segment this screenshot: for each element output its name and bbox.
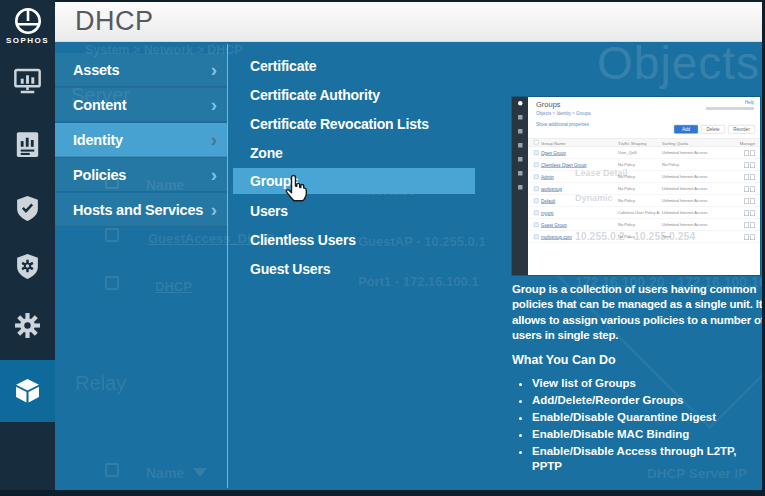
submenu-item-zone[interactable]: Zone [233,139,475,168]
ghost-row-link: DHCP [155,279,192,294]
page-header: DHCP [55,2,762,42]
help-section-title: What You Can Do [512,353,616,367]
page-title: DHCP [55,2,762,37]
submenu-item-users[interactable]: Users [233,197,475,226]
brand-label: SOPHOS [0,36,55,45]
submenu-item-certificate-revocation-lists[interactable]: Certificate Revocation Lists [233,110,475,139]
row-manage-icons [744,199,755,204]
row-quota: Unlimited Internet Access [662,175,707,180]
row-manage-icons [744,175,755,180]
row-manage-icons [744,223,755,228]
submenu-item-certificate[interactable]: Certificate [233,52,475,81]
thumbnail-content: Groups Objects > Identity > Groups Help … [512,97,760,275]
menu-item-content[interactable]: Content › [55,88,227,122]
thumbnail-breadcrumb: Objects > Identity > Groups [536,111,591,116]
help-bullet: Enable/Disable MAC Binding [532,427,762,442]
thumbnail-ghost-range: 10.255.0.2 - 10.255.0.254 [575,230,695,242]
report-icon[interactable] [14,131,41,158]
help-bullet: Enable/Disable Quarantine Digest [532,410,762,425]
row-quota: Unlimited Internet Access [662,211,707,216]
thumbnail-col: Group Name [541,141,565,146]
row-quota: Unlimited Internet Access [662,223,707,228]
row-checkbox [534,151,539,156]
thumbnail-help-link: Help [745,100,754,105]
help-bullet: Add/Delete/Reorder Groups [532,393,762,408]
chevron-right-icon: › [211,193,217,227]
thumbnail-table-row: Clientless Open Group No Policy No Polic… [528,159,760,171]
chevron-right-icon: › [211,88,217,122]
thumbnail-col: Manage [740,141,755,146]
thumbnail-delete-button: Delete [701,125,725,134]
app-window: SOPHOS [0,0,765,496]
submenu-item-certificate-authority[interactable]: Certificate Authority [233,81,475,110]
row-checkbox [534,223,539,228]
groups-page-thumbnail: Groups Objects > Identity > Groups Help … [512,97,760,275]
submenu-item-groups[interactable]: Groups [233,168,475,194]
ghost-filter-icon [193,468,207,477]
thumbnail-table-row: workgroup No Policy Unlimited Internet A… [528,183,760,195]
row-group-name: Open Group [541,151,566,156]
row-quota: Unlimited Internet Access [662,199,707,204]
thumbnail-ghost-lease: Lease Detail [575,168,628,179]
row-group-name: workgroup [541,187,562,192]
sidebar-item-objects-active[interactable] [0,360,55,422]
thumbnail-header-checkbox [534,140,539,145]
menu-item-hosts-and-services[interactable]: Hosts and Services › [55,193,227,227]
row-traffic: No Policy [618,161,660,167]
menu-item-label: Assets [73,62,119,78]
submenu-item-guest-users[interactable]: Guest Users [233,255,475,284]
thumbnail-col: Traffic Shaping [618,141,646,146]
thumbnail-logo-icon [518,101,523,106]
row-quota: No Policy [662,163,679,168]
menu-item-label: Identity [73,132,123,148]
row-checkbox [534,235,539,240]
ghost-checkbox [105,463,119,477]
row-manage-icons [744,151,755,156]
thumbnail-col: Surfing Quota [662,141,688,146]
thumbnail-nav-icon [518,115,523,120]
row-group-name: multigroup.com [541,235,572,240]
thumbnail-add-button: Add [674,125,698,134]
menu-item-assets[interactable]: Assets › [55,53,227,87]
submenu-item-clientless-users[interactable]: Clientless Users [233,226,475,255]
thumbnail-page-title: Groups [536,100,561,109]
menu-item-policies[interactable]: Policies › [55,158,227,192]
thumbnail-table-row: Admin No Policy Unlimited Internet Acces… [528,171,760,183]
thumbnail-meta-text [706,107,754,110]
row-checkbox [534,175,539,180]
menu-item-label: Hosts and Services [73,202,203,218]
menu-item-identity[interactable]: Identity › [55,123,227,157]
chevron-right-icon: › [211,123,217,157]
row-group-name: Admin [541,175,554,180]
shield-check-icon[interactable] [14,195,41,222]
thumbnail-nav-icon [518,157,523,162]
row-checkbox [534,163,539,168]
row-manage-icons [744,211,755,216]
thumbnail-reorder-button: Reorder [728,125,755,134]
row-traffic: No Policy [618,221,660,227]
row-manage-icons [744,187,755,192]
row-group-name: Guest Group [541,223,567,228]
menu-item-label: Policies [73,167,126,183]
thumbnail-sidebar [512,97,528,275]
ghost-checkbox [105,228,119,242]
monitor-chart-icon[interactable] [14,68,41,95]
thumbnail-table-row: mygrp Cafeteria User Policy A Unlimited … [528,207,760,219]
ghost-col-name: Name [146,465,184,481]
chevron-right-icon: › [211,53,217,87]
thumbnail-table-row: Open Group User_QoS Unlimited Internet A… [528,147,760,159]
help-bullet: View list of Groups [532,376,762,391]
menu-overlay: System > Network > DHCP Server Name Gues… [55,42,762,490]
thumbnail-table-row: Default No Policy Unlimited Internet Acc… [528,195,760,207]
row-traffic: User_QoS [618,149,660,155]
shield-gear-icon[interactable] [14,253,41,280]
menu-item-label: Content [73,97,126,113]
sophos-logo-icon [14,7,42,35]
row-manage-icons [744,235,755,240]
row-checkbox [534,187,539,192]
gear-icon[interactable] [14,312,41,339]
row-group-name: mygrp [541,211,554,216]
app-sidebar: SOPHOS [0,0,55,490]
thumbnail-nav-icon [518,185,523,190]
ghost-section-relay: Relay [75,372,126,395]
